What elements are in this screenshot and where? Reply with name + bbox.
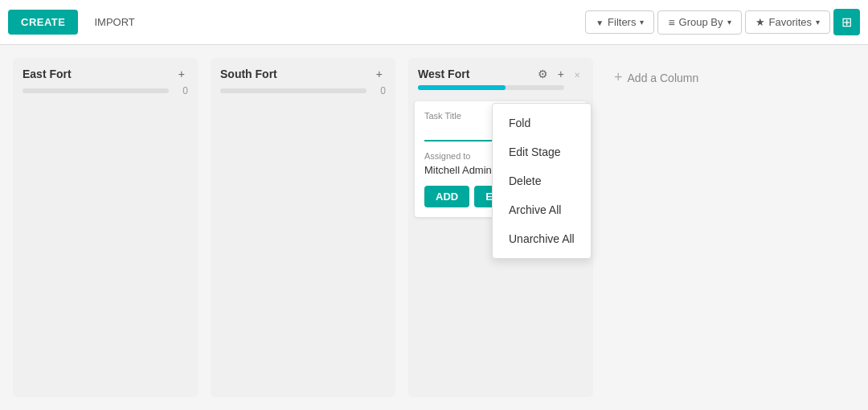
- filter-icon: [596, 16, 604, 28]
- plus-icon: +: [376, 68, 383, 80]
- kanban-board: East Fort + 0 South Fort +: [0, 45, 868, 410]
- column-cancel-west-fort[interactable]: ✕: [571, 66, 583, 82]
- add-column-icon: +: [614, 69, 623, 86]
- column-header-east-fort: East Fort +: [13, 58, 198, 85]
- toolbar-right: Filters ▾ Group By ▾ Favorites ▾ ⊞: [585, 9, 860, 35]
- column-title-south-fort: South Fort: [220, 68, 373, 80]
- context-menu: Fold Edit Stage Delete Archive All Unarc…: [492, 103, 592, 259]
- column-count-east-fort: 0: [175, 85, 188, 96]
- favorites-label: Favorites: [769, 16, 812, 28]
- column-header-south-fort: South Fort +: [211, 58, 395, 85]
- column-add-east-fort[interactable]: +: [175, 66, 188, 82]
- progress-fill-west-fort: [418, 85, 506, 90]
- column-count-south-fort: 0: [373, 85, 386, 96]
- group-by-button[interactable]: Group By ▾: [657, 10, 741, 35]
- menu-item-edit-stage[interactable]: Edit Stage: [493, 137, 591, 166]
- column-title-east-fort: East Fort: [23, 68, 175, 80]
- group-by-label: Group By: [679, 16, 723, 28]
- favorites-chevron-icon: ▾: [816, 18, 820, 27]
- column-bar-east-fort: 0: [13, 85, 198, 101]
- menu-item-delete[interactable]: Delete: [493, 166, 591, 195]
- menu-item-archive-all[interactable]: Archive All: [493, 195, 591, 224]
- column-header-west-fort: West Fort ⚙ + ✕: [408, 58, 593, 85]
- grid-icon: ⊞: [841, 14, 852, 30]
- menu-item-fold[interactable]: Fold: [493, 109, 591, 137]
- add-column-label: Add a Column: [628, 72, 699, 84]
- plus-icon: +: [558, 68, 564, 80]
- toolbar: CREATE IMPORT Filters ▾ Group By ▾ Favor…: [0, 0, 868, 45]
- column-icons-east-fort: +: [175, 66, 188, 82]
- favorites-button[interactable]: Favorites ▾: [745, 10, 830, 34]
- progress-bar-south-fort: [220, 88, 366, 93]
- column-bar-west-fort: [408, 85, 593, 95]
- import-button[interactable]: IMPORT: [84, 10, 144, 35]
- column-bar-south-fort: 0: [211, 85, 395, 101]
- add-button[interactable]: ADD: [424, 186, 469, 207]
- column-gear-west-fort[interactable]: ⚙: [534, 66, 551, 82]
- progress-bar-west-fort: [418, 85, 564, 90]
- filters-button[interactable]: Filters ▾: [585, 10, 654, 34]
- column-add-west-fort[interactable]: +: [555, 66, 567, 82]
- progress-bar-east-fort: [23, 88, 169, 93]
- star-icon: [755, 16, 765, 28]
- plus-icon: +: [178, 68, 185, 80]
- column-south-fort: South Fort + 0: [211, 58, 395, 397]
- add-column-button[interactable]: + Add a Column: [606, 61, 706, 94]
- create-button[interactable]: CREATE: [8, 10, 78, 35]
- column-icons-south-fort: +: [373, 66, 386, 82]
- group-icon: [668, 16, 674, 29]
- view-toggle-button[interactable]: ⊞: [833, 9, 860, 35]
- filters-chevron-icon: ▾: [640, 18, 644, 27]
- column-title-west-fort: West Fort: [418, 68, 534, 80]
- cancel-icon: ✕: [574, 71, 580, 80]
- column-add-south-fort[interactable]: +: [373, 66, 386, 82]
- group-by-chevron-icon: ▾: [727, 18, 731, 27]
- gear-icon: ⚙: [538, 68, 548, 80]
- menu-item-unarchive-all[interactable]: Unarchive All: [493, 224, 591, 253]
- column-east-fort: East Fort + 0: [13, 58, 198, 397]
- filters-label: Filters: [608, 16, 636, 28]
- column-icons-west-fort: ⚙ + ✕: [534, 66, 583, 82]
